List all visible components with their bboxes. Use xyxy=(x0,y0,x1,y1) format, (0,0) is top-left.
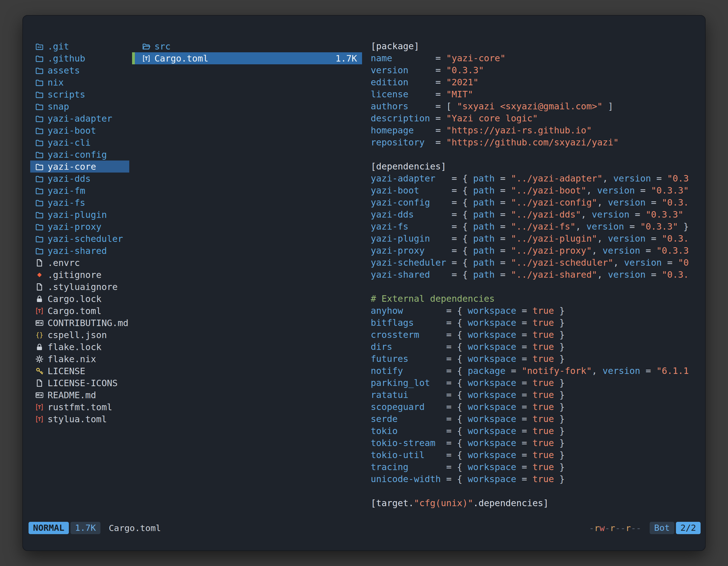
file-permissions: -rw-r--r-- xyxy=(589,523,641,533)
file-name: rustfmt.toml xyxy=(48,402,112,412)
file-row[interactable]: .envrc xyxy=(30,257,129,269)
toml-icon xyxy=(35,307,44,315)
file-name: stylua.toml xyxy=(48,414,107,424)
dir-row[interactable]: yazi-shared xyxy=(30,245,129,257)
markdown-icon xyxy=(35,391,44,399)
file-row[interactable]: flake.nix xyxy=(30,353,129,365)
file-name: yazi-fs xyxy=(48,198,85,208)
preview-line: tokio = { workspace = true } xyxy=(371,425,698,437)
preview-line: tokio-util = { workspace = true } xyxy=(371,449,698,461)
file-preview-pane: [package]name = "yazi-core"version = "0.… xyxy=(371,40,698,508)
file-name: CONTRIBUTING.md xyxy=(48,318,128,328)
file-row[interactable]: CONTRIBUTING.md xyxy=(30,317,129,329)
folder-icon xyxy=(35,78,44,87)
preview-line: version = "0.3.3" xyxy=(371,64,698,76)
file-name: .git xyxy=(48,41,69,52)
file-name: yazi-shared xyxy=(48,246,107,256)
folder-icon xyxy=(35,175,44,183)
dir-row[interactable]: yazi-cli xyxy=(30,137,129,149)
dir-row[interactable]: yazi-dds xyxy=(30,173,129,185)
file-name: .gitignore xyxy=(48,270,102,280)
preview-line: yazi-plugin = { path = "../yazi-plugin",… xyxy=(371,233,698,245)
file-name: yazi-plugin xyxy=(48,210,107,220)
preview-line: [target."cfg(unix)".dependencies] xyxy=(371,497,698,508)
file-row[interactable]: README.md xyxy=(30,389,129,401)
file-row[interactable]: LICENSE xyxy=(30,365,129,377)
dir-row[interactable]: nix xyxy=(30,76,129,88)
dir-row[interactable]: yazi-core xyxy=(30,161,129,173)
dir-row[interactable]: yazi-adapter xyxy=(30,112,129,125)
file-row[interactable]: .styluaignore xyxy=(30,281,129,293)
dir-row[interactable]: assets xyxy=(30,64,129,76)
file-name: flake.lock xyxy=(48,342,102,352)
file-row[interactable]: flake.lock xyxy=(30,341,129,353)
file-size: 1.7K xyxy=(335,53,362,64)
status-bar: NORMAL 1.7K Cargo.toml -rw-r--r-- Bot 2/… xyxy=(29,521,701,535)
git-folder-icon xyxy=(35,42,44,51)
preview-line xyxy=(371,485,698,497)
dir-row[interactable]: .github xyxy=(30,52,129,64)
dir-row[interactable]: yazi-fm xyxy=(30,185,129,197)
open-folder-icon xyxy=(142,42,151,51)
preview-line: name = "yazi-core" xyxy=(371,52,698,64)
preview-line: futures = { workspace = true } xyxy=(371,353,698,365)
folder-icon xyxy=(35,90,44,99)
folder-icon xyxy=(35,126,44,135)
preview-line: authors = [ "sxyazi <sxyazi@gmail.com>" … xyxy=(371,100,698,112)
folder-icon xyxy=(35,235,44,243)
dir-row[interactable]: yazi-boot xyxy=(30,125,129,137)
preview-line: notify = { package = "notify-fork", vers… xyxy=(371,365,698,377)
preview-line: tokio-stream = { workspace = true } xyxy=(371,437,698,449)
nix-icon xyxy=(35,355,44,363)
toml-icon xyxy=(35,403,44,411)
preview-line: yazi-shared = { path = "../yazi-shared",… xyxy=(371,269,698,281)
file-name: flake.nix xyxy=(48,354,96,364)
dir-row[interactable]: yazi-scheduler xyxy=(30,233,129,245)
dir-row[interactable]: src xyxy=(132,40,362,52)
preview-line: yazi-fs = { path = "../yazi-fs", version… xyxy=(371,221,698,233)
preview-line: crossterm = { workspace = true } xyxy=(371,329,698,341)
file-row[interactable]: {}cspell.json xyxy=(30,329,129,341)
dir-row[interactable]: yazi-plugin xyxy=(30,209,129,221)
preview-line xyxy=(371,149,698,161)
file-icon xyxy=(35,283,44,291)
preview-line: [dependencies] xyxy=(371,161,698,173)
file-row[interactable]: rustfmt.toml xyxy=(30,401,129,413)
file-row[interactable]: Cargo.lock xyxy=(30,293,129,305)
file-row[interactable]: .gitignore xyxy=(30,269,129,281)
preview-line: bitflags = { workspace = true } xyxy=(371,317,698,329)
json-icon: {} xyxy=(35,331,44,339)
dir-row[interactable]: yazi-config xyxy=(30,149,129,161)
folder-icon xyxy=(35,211,44,219)
dir-row[interactable]: yazi-fs xyxy=(30,197,129,209)
license-icon xyxy=(35,367,44,375)
file-size-badge: 1.7K xyxy=(71,522,100,534)
mode-indicator: NORMAL xyxy=(29,522,69,534)
dir-row[interactable]: scripts xyxy=(30,88,129,100)
file-row[interactable]: Cargo.toml1.7K xyxy=(132,52,362,64)
dir-row[interactable]: snap xyxy=(30,100,129,112)
screen-background: { "statusbar": { "mode": "NORMAL", "size… xyxy=(0,0,728,566)
preview-line: yazi-boot = { path = "../yazi-boot", ver… xyxy=(371,185,698,197)
status-bar-left: NORMAL 1.7K Cargo.toml xyxy=(29,522,161,534)
dir-row[interactable]: yazi-proxy xyxy=(30,221,129,233)
file-row[interactable]: Cargo.toml xyxy=(30,305,129,317)
parent-directory-pane: .git.githubassetsnixscriptssnapyazi-adap… xyxy=(30,40,129,425)
svg-text:{}: {} xyxy=(36,331,43,338)
file-name: .styluaignore xyxy=(48,282,118,292)
yazi-terminal-window: .git.githubassetsnixscriptssnapyazi-adap… xyxy=(22,15,706,551)
file-counter-badge: 2/2 xyxy=(676,522,701,534)
file-name: cspell.json xyxy=(48,330,107,340)
file-row[interactable]: LICENSE-ICONS xyxy=(30,377,129,389)
preview-line: edition = "2021" xyxy=(371,76,698,88)
git-icon xyxy=(35,271,44,279)
file-name: yazi-fm xyxy=(48,186,85,196)
file-name: LICENSE xyxy=(48,366,85,376)
file-name: Cargo.toml xyxy=(154,53,208,64)
file-row[interactable]: stylua.toml xyxy=(30,413,129,425)
dir-row[interactable]: .git xyxy=(30,40,129,52)
folder-icon xyxy=(35,66,44,75)
folder-icon xyxy=(35,54,44,63)
file-name: scripts xyxy=(48,89,85,100)
preview-line: parking_lot = { workspace = true } xyxy=(371,377,698,389)
